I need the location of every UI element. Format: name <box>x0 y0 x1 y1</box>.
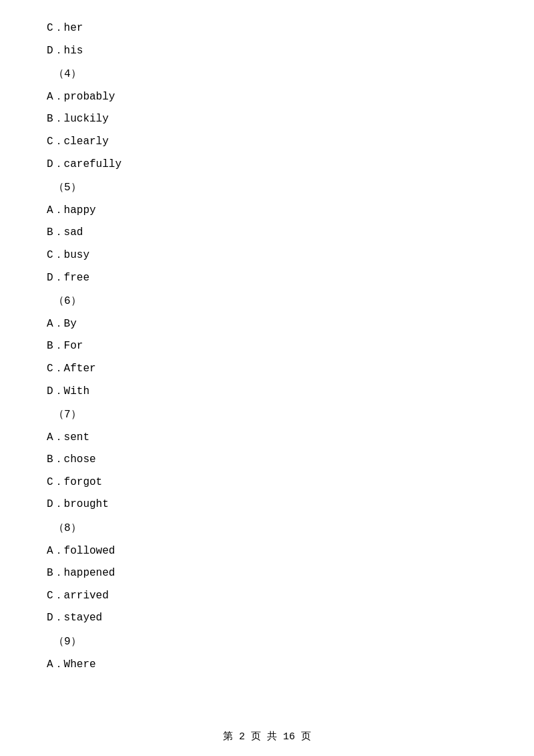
option-item: D．brought <box>47 496 487 514</box>
option-item: A．By <box>47 316 487 333</box>
option-item: B．sad <box>47 224 487 242</box>
option-item: C．After <box>47 361 487 378</box>
option-item: A．followed <box>47 543 487 560</box>
option-item: D．carefully <box>47 156 487 174</box>
option-item: B．chose <box>47 451 487 469</box>
main-content: C．herD．his（4）A．probablyB．luckilyC．clearl… <box>0 0 534 719</box>
option-item: C．arrived <box>47 588 487 605</box>
section-label: （9） <box>53 634 487 651</box>
option-item: D．his <box>47 43 487 60</box>
option-item: A．happy <box>47 202 487 220</box>
section-label: （4） <box>53 66 487 83</box>
option-item: B．For <box>47 338 487 355</box>
option-item: D．With <box>47 383 487 401</box>
option-item: A．Where <box>47 656 487 674</box>
section-label: （7） <box>53 407 487 424</box>
option-item: C．her <box>47 20 487 37</box>
option-item: D．free <box>47 270 487 287</box>
option-item: C．busy <box>47 247 487 264</box>
option-item: C．forgot <box>47 474 487 492</box>
page-footer: 第 2 页 共 16 页 <box>0 730 534 743</box>
option-item: A．probably <box>47 89 487 106</box>
option-item: A．sent <box>47 429 487 447</box>
option-item: B．happened <box>47 565 487 582</box>
option-item: D．stayed <box>47 610 487 627</box>
section-label: （6） <box>53 293 487 311</box>
option-item: C．clearly <box>47 134 487 151</box>
section-label: （5） <box>53 180 487 197</box>
section-label: （8） <box>53 520 487 538</box>
option-item: B．luckily <box>47 111 487 128</box>
